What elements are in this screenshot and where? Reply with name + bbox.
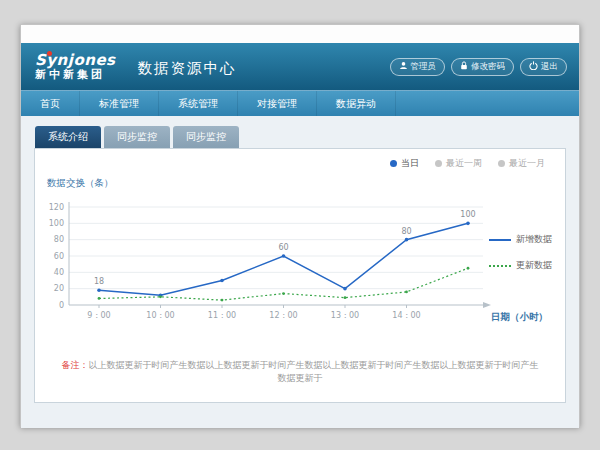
- svg-text:18: 18: [94, 277, 104, 286]
- y-axis-label: 数据交换（条）: [47, 177, 114, 190]
- logout-label: 退出: [541, 61, 558, 73]
- footnote: 备注：以上数据更新于时间产生数据以上数据更新于时间产生数据以上数据更新于时间产生…: [45, 359, 555, 385]
- svg-text:80: 80: [54, 235, 64, 244]
- filter-last-month-label: 最近一月: [509, 157, 545, 170]
- chart-card-body: 当日 最近一周 最近一月 数据交换（条） 0204060801001209：00…: [45, 157, 555, 394]
- legend-line-updated-data-icon: [489, 265, 511, 267]
- footnote-prefix: 备注：: [62, 360, 89, 370]
- svg-text:0: 0: [59, 301, 64, 310]
- filter-dot-last-month: [498, 160, 505, 167]
- filter-dot-last-week: [435, 160, 442, 167]
- svg-text:120: 120: [49, 203, 64, 212]
- legend-updated-data-label: 更新数据: [516, 259, 552, 272]
- legend-line-new-data-icon: [489, 239, 511, 241]
- nav-item-integration-mgmt[interactable]: 对接管理: [238, 91, 317, 116]
- app-window: Synjones 新中新集团 数据资源中心 管理员 修改密码 退出: [20, 24, 580, 427]
- svg-text:11：00: 11：00: [208, 311, 236, 320]
- tab-bar: 系统介绍 同步监控 同步监控: [35, 126, 566, 148]
- nav-item-system-mgmt[interactable]: 系统管理: [159, 91, 238, 116]
- content-area: 系统介绍 同步监控 同步监控 当日 最近一周 最近一月: [21, 116, 579, 428]
- nav-item-data-change[interactable]: 数据异动: [317, 91, 396, 116]
- admin-user-button[interactable]: 管理员: [390, 58, 446, 76]
- filter-last-week[interactable]: 最近一周: [435, 157, 482, 170]
- x-axis-label: 日期（小时）: [491, 311, 548, 324]
- logout-icon: [529, 61, 538, 72]
- svg-text:40: 40: [54, 268, 64, 277]
- filter-last-week-label: 最近一周: [446, 157, 482, 170]
- main-nav: 首页 标准管理 系统管理 对接管理 数据异动: [21, 90, 579, 116]
- svg-text:10：00: 10：00: [146, 311, 174, 320]
- app-header: Synjones 新中新集团 数据资源中心 管理员 修改密码 退出: [21, 43, 579, 90]
- svg-text:13：00: 13：00: [331, 311, 359, 320]
- admin-user-label: 管理员: [411, 61, 437, 73]
- page-top-strip: [21, 25, 579, 43]
- brand-logo: Synjones 新中新集团: [35, 52, 116, 81]
- filter-today[interactable]: 当日: [390, 157, 419, 170]
- svg-text:20: 20: [54, 284, 64, 293]
- filter-dot-today: [390, 160, 397, 167]
- svg-text:60: 60: [278, 243, 288, 252]
- data-exchange-line-chart: 0204060801001209：0010：0011：0012：0013：001…: [47, 191, 497, 325]
- svg-text:80: 80: [401, 227, 411, 236]
- logo-subtitle: 新中新集团: [35, 69, 116, 81]
- series-legend: 新增数据 更新数据: [489, 233, 552, 285]
- chart-card: 当日 最近一周 最近一月 数据交换（条） 0204060801001209：00…: [34, 148, 566, 403]
- nav-item-home[interactable]: 首页: [21, 91, 80, 116]
- legend-item-new-data[interactable]: 新增数据: [489, 233, 552, 246]
- svg-text:14：00: 14：00: [392, 311, 420, 320]
- legend-item-updated-data[interactable]: 更新数据: [489, 259, 552, 272]
- svg-text:9：00: 9：00: [87, 311, 110, 320]
- page-title: 数据资源中心: [138, 59, 237, 78]
- change-password-button[interactable]: 修改密码: [451, 58, 514, 76]
- tab-sync-monitor-1[interactable]: 同步监控: [104, 126, 170, 148]
- svg-text:12：00: 12：00: [269, 311, 297, 320]
- filter-last-month[interactable]: 最近一月: [498, 157, 545, 170]
- legend-new-data-label: 新增数据: [516, 233, 552, 246]
- svg-text:100: 100: [49, 219, 64, 228]
- key-icon: [460, 61, 468, 72]
- svg-text:100: 100: [460, 210, 475, 219]
- user-controls: 管理员 修改密码 退出: [390, 58, 568, 76]
- tab-sync-monitor-2[interactable]: 同步监控: [173, 126, 239, 148]
- tab-system-intro[interactable]: 系统介绍: [35, 126, 101, 148]
- change-password-label: 修改密码: [471, 61, 505, 73]
- logout-button[interactable]: 退出: [520, 58, 567, 76]
- svg-text:60: 60: [54, 252, 64, 261]
- nav-item-standard-mgmt[interactable]: 标准管理: [80, 91, 159, 116]
- filter-today-label: 当日: [401, 157, 419, 170]
- user-icon: [399, 61, 408, 72]
- footnote-text: 以上数据更新于时间产生数据以上数据更新于时间产生数据以上数据更新于时间产生数据以…: [89, 360, 539, 383]
- range-filters: 当日 最近一周 最近一月: [390, 157, 545, 170]
